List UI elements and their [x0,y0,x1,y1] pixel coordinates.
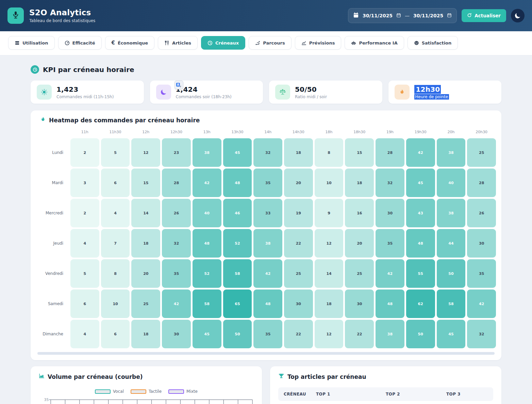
heatmap-cell[interactable]: 48 [406,229,435,258]
heatmap-cell[interactable]: 16 [345,199,374,227]
heatmap-cell[interactable]: 48 [376,289,404,318]
heatmap-cell[interactable]: 30 [376,199,404,227]
heatmap-cell[interactable]: 18 [131,229,160,258]
heatmap-cell[interactable]: 28 [376,138,404,167]
heatmap-cell[interactable]: 32 [162,229,191,258]
heatmap-cell[interactable]: 6 [101,320,130,348]
heatmap-cell[interactable]: 35 [376,229,404,258]
heatmap-cell[interactable]: 58 [193,289,221,318]
date-from-input[interactable]: 30/11/2025 [363,13,393,18]
heatmap-cell[interactable]: 28 [467,169,496,197]
tab-previsions[interactable]: Prévisions [295,36,342,50]
heatmap-cell[interactable]: 38 [253,229,282,258]
heatmap-cell[interactable]: 15 [345,138,374,167]
heatmap-cell[interactable]: 6 [101,169,130,197]
heatmap-cell[interactable]: 4 [101,199,130,227]
heatmap-cell[interactable]: 32 [376,169,404,197]
heatmap-cell[interactable]: 42 [253,259,282,288]
heatmap-cell[interactable]: 50 [223,320,252,348]
heatmap-cell[interactable]: 8 [101,259,130,288]
heatmap-cell[interactable]: 14 [315,259,344,288]
tab-economique[interactable]: €Économique [105,36,155,50]
heatmap-cell[interactable]: 5 [101,138,130,167]
heatmap-cell[interactable]: 38 [193,138,221,167]
heatmap-cell[interactable]: 38 [437,199,466,227]
heatmap-cell[interactable]: 25 [284,259,313,288]
heatmap-cell[interactable]: 38 [437,138,466,167]
heatmap-cell[interactable]: 25 [467,138,496,167]
tab-parcours[interactable]: Parcours [249,36,291,50]
heatmap-cell[interactable]: 12 [315,229,344,258]
legend-item-vocal[interactable]: Vocal [95,389,124,394]
heatmap-cell[interactable]: 22 [284,229,313,258]
heatmap-cell[interactable]: 20 [345,229,374,258]
heatmap-cell[interactable]: 22 [284,320,313,348]
heatmap-cell[interactable]: 32 [467,320,496,348]
date-from-picker-icon[interactable] [396,13,401,19]
heatmap-cell[interactable]: 23 [162,138,191,167]
heatmap-cell[interactable]: 18 [131,320,160,348]
heatmap-cell[interactable]: 62 [406,289,435,318]
heatmap-cell[interactable]: 35 [253,169,282,197]
legend-item-mixte[interactable]: Mixte [168,389,198,394]
heatmap-cell[interactable]: 10 [315,169,344,197]
heatmap-cell[interactable]: 52 [193,259,221,288]
dark-mode-toggle[interactable] [511,9,525,22]
heatmap-cell[interactable]: 58 [223,259,252,288]
heatmap-cell[interactable]: 52 [223,229,252,258]
heatmap-cell[interactable]: 12 [315,320,344,348]
translate-extension-icon[interactable]: A [174,81,183,89]
heatmap-cell[interactable]: 28 [162,169,191,197]
heatmap-cell[interactable]: 20 [131,259,160,288]
heatmap-cell[interactable]: 35 [253,320,282,348]
heatmap-cell[interactable]: 58 [437,289,466,318]
heatmap-cell[interactable]: 30 [162,320,191,348]
refresh-button[interactable]: Actualiser [462,9,506,22]
heatmap-cell[interactable]: 3 [70,169,99,197]
tab-performance-ia[interactable]: Performance IA [345,36,404,50]
heatmap-cell[interactable]: 7 [101,229,130,258]
heatmap-cell[interactable]: 10 [101,289,130,318]
tab-articles[interactable]: Articles [158,36,198,50]
heatmap-cell[interactable]: 40 [437,169,466,197]
heatmap-cell[interactable]: 50 [406,320,435,348]
tab-efficacite[interactable]: Efficacité [58,36,102,50]
heatmap-cell[interactable]: 18 [345,169,374,197]
heatmap-cell[interactable]: 46 [223,199,252,227]
heatmap-cell[interactable]: 18 [284,138,313,167]
heatmap-cell[interactable]: 4 [70,229,99,258]
heatmap-cell[interactable]: 45 [223,138,252,167]
heatmap-cell[interactable]: 43 [406,199,435,227]
heatmap-cell[interactable]: 22 [345,320,374,348]
heatmap-cell[interactable]: 26 [467,199,496,227]
horizontal-scrollbar[interactable] [37,352,495,355]
heatmap-cell[interactable]: 26 [162,199,191,227]
heatmap-cell[interactable]: 48 [193,229,221,258]
heatmap-cell[interactable]: 15 [131,169,160,197]
heatmap-cell[interactable]: 25 [345,259,374,288]
heatmap-cell[interactable]: 4 [70,320,99,348]
heatmap-cell[interactable]: 30 [467,229,496,258]
tab-satisfaction[interactable]: Satisfaction [408,36,458,50]
heatmap-cell[interactable]: 38 [376,320,404,348]
heatmap-cell[interactable]: 48 [253,289,282,318]
heatmap-cell[interactable]: 33 [253,199,282,227]
heatmap-cell[interactable]: 18 [315,289,344,318]
heatmap-cell[interactable]: 30 [345,289,374,318]
heatmap-cell[interactable]: 42 [193,169,221,197]
heatmap-cell[interactable]: 45 [437,320,466,348]
heatmap-cell[interactable]: 12 [131,138,160,167]
heatmap-cell[interactable]: 45 [406,169,435,197]
heatmap-cell[interactable]: 32 [253,138,282,167]
tab-creneaux[interactable]: Créneaux [201,36,245,50]
heatmap-cell[interactable]: 40 [193,199,221,227]
heatmap-cell[interactable]: 6 [70,289,99,318]
date-to-picker-icon[interactable] [447,13,452,19]
heatmap-cell[interactable]: 19 [284,199,313,227]
tab-utilisation[interactable]: Utilisation [8,36,55,50]
heatmap-cell[interactable]: 42 [376,259,404,288]
legend-item-tactile[interactable]: Tactile [131,389,162,394]
heatmap-cell[interactable]: 65 [223,289,252,318]
heatmap-cell[interactable]: 50 [437,259,466,288]
heatmap-cell[interactable]: 5 [70,259,99,288]
